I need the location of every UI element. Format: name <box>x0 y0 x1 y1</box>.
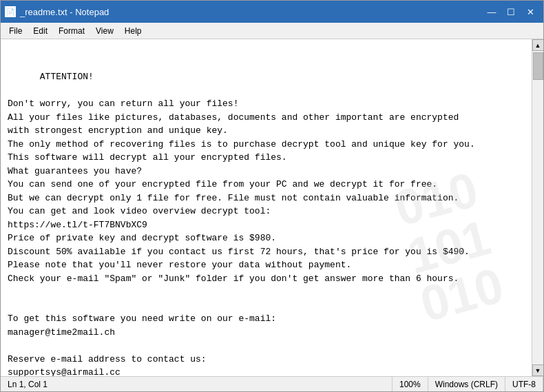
window-controls: — ☐ ✕ <box>483 4 539 19</box>
title-bar-left: 📄 _readme.txt - Notepad <box>5 6 109 17</box>
scroll-up-button[interactable]: ▲ <box>532 39 544 51</box>
title-bar: 📄 _readme.txt - Notepad — ☐ ✕ <box>1 1 543 23</box>
menu-format[interactable]: Format <box>53 25 90 37</box>
status-bar: Ln 1, Col 1 100% Windows (CRLF) UTF-8 <box>1 376 543 391</box>
minimize-button[interactable]: — <box>483 4 501 19</box>
document-text: ATTENTION! Don't worry, you can return a… <box>8 72 475 376</box>
vertical-scrollbar: ▲ ▼ <box>532 39 543 376</box>
status-zoom: 100% <box>393 377 428 391</box>
app-icon: 📄 <box>5 6 16 17</box>
window-title: _readme.txt - Notepad <box>20 7 109 17</box>
scroll-down-button[interactable]: ▼ <box>532 364 544 376</box>
close-button[interactable]: ✕ <box>521 4 539 19</box>
notepad-window: 📄 _readme.txt - Notepad — ☐ ✕ File Edit … <box>0 0 544 392</box>
status-position: Ln 1, Col 1 <box>1 377 393 391</box>
scroll-thumb[interactable] <box>533 52 543 80</box>
content-area: 010101010 ATTENTION! Don't worry, you ca… <box>1 39 543 376</box>
text-editor[interactable]: 010101010 ATTENTION! Don't worry, you ca… <box>1 39 532 376</box>
menu-view[interactable]: View <box>90 25 119 37</box>
scroll-track[interactable] <box>532 51 543 364</box>
menu-help[interactable]: Help <box>119 25 147 37</box>
status-line-ending: Windows (CRLF) <box>428 377 505 391</box>
menu-bar: File Edit Format View Help <box>1 23 543 39</box>
menu-edit[interactable]: Edit <box>28 25 53 37</box>
maximize-button[interactable]: ☐ <box>502 4 520 19</box>
status-encoding: UTF-8 <box>505 377 543 391</box>
menu-file[interactable]: File <box>3 25 28 37</box>
